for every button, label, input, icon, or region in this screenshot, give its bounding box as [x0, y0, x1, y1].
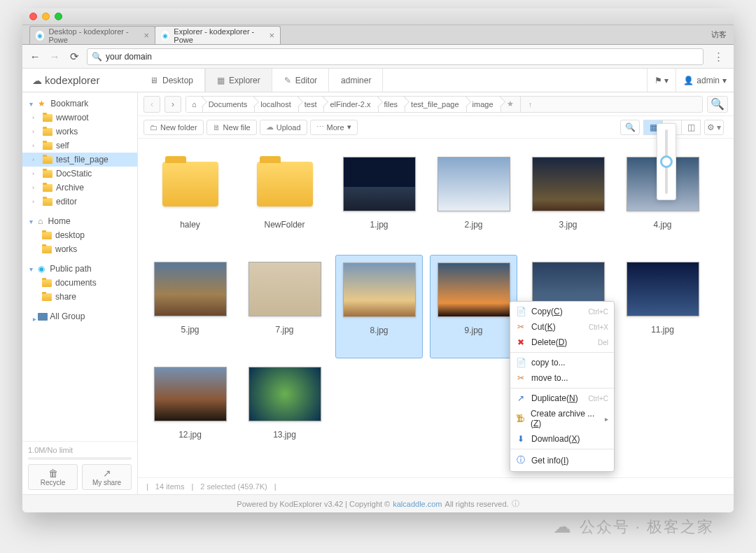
- file-item-7.jpg[interactable]: 7.jpg: [241, 255, 328, 358]
- url-input[interactable]: 🔍 your domain: [87, 48, 704, 65]
- cloud-icon: ☁: [32, 75, 42, 86]
- crumb-test_file_page[interactable]: test_file_page: [405, 97, 467, 112]
- upload-button[interactable]: ☁Upload: [260, 120, 307, 135]
- sidebar-home-header[interactable]: ▾⌂ Home: [22, 214, 137, 228]
- browser-menu-button[interactable]: ⋮: [709, 50, 728, 63]
- file-item-11.jpg[interactable]: 11.jpg: [619, 255, 706, 358]
- crumb-star-button[interactable]: ★: [501, 97, 521, 112]
- file-item-9.jpg[interactable]: 9.jpg: [430, 255, 517, 358]
- tab-explorer[interactable]: ▦Explorer: [205, 69, 272, 92]
- user-menu[interactable]: 👤admin ▾: [676, 69, 734, 92]
- file-item-13.jpg[interactable]: 13.jpg: [241, 360, 328, 463]
- file-grid[interactable]: haleyNewFolder1.jpg2.jpg3.jpg4.jpg5.jpg7…: [138, 139, 734, 477]
- footer-link[interactable]: kalcaddle.com: [393, 500, 442, 508]
- edit-icon: ✎: [284, 76, 291, 85]
- sidebar-item-desktop[interactable]: desktop: [22, 228, 137, 242]
- tab-editor[interactable]: ✎Editor: [272, 69, 329, 92]
- sidebar-allgroup-header[interactable]: ▾ All Group: [22, 309, 137, 323]
- ctx-copy-to-[interactable]: 📄copy to...: [510, 355, 614, 370]
- file-item-12.jpg[interactable]: 12.jpg: [146, 360, 234, 463]
- reload-button[interactable]: ⟳: [67, 50, 81, 64]
- sidebar-public-header[interactable]: ▾◉ Public path: [22, 262, 137, 276]
- close-tab-icon[interactable]: ×: [144, 30, 149, 41]
- crumb-elFinder-2.x[interactable]: elFinder-2.x: [324, 97, 378, 112]
- flag-button[interactable]: ⚑ ▾: [647, 69, 676, 92]
- sidebar-item-test_file_page[interactable]: ›test_file_page: [22, 153, 137, 167]
- maximize-window-button[interactable]: [55, 13, 62, 20]
- recycle-button[interactable]: 🗑Recycle: [28, 464, 78, 490]
- crumb-Documents[interactable]: Documents: [203, 97, 255, 112]
- file-item-1.jpg[interactable]: 1.jpg: [335, 150, 423, 253]
- image-thumbnail: [248, 262, 321, 316]
- minimize-window-button[interactable]: [42, 13, 50, 20]
- sidebar-item-DocStatic[interactable]: ›DocStatic: [22, 167, 137, 181]
- browser-tab-1[interactable]: ◉ Desktop - kodexplorer - Powe ×: [29, 26, 155, 44]
- forward-button[interactable]: →: [48, 50, 62, 64]
- main-panel: ‹ › ⌂ DocumentslocalhosttestelFinder-2.x…: [138, 92, 734, 494]
- sidebar-item-editor[interactable]: ›editor: [22, 195, 137, 209]
- ctx-move-to-[interactable]: ✂move to...: [510, 370, 614, 386]
- file-item-2.jpg[interactable]: 2.jpg: [430, 150, 517, 253]
- ctx-download[interactable]: ⬇Download(X): [510, 431, 614, 447]
- group-icon: [38, 313, 48, 321]
- file-item-8.jpg[interactable]: 8.jpg: [335, 255, 423, 358]
- file-item-haley[interactable]: haley: [146, 150, 234, 253]
- desktop-icon: 🖥: [150, 76, 158, 85]
- browser-tab-2[interactable]: ◉ Explorer - kodexplorer - Powe ×: [155, 26, 281, 44]
- ctx-duplicate[interactable]: ↗Duplicate(N)Ctrl+C: [510, 391, 614, 406]
- ctx-copy[interactable]: 📄Copy(C)Ctrl+C: [510, 304, 614, 319]
- file-item-NewFolder[interactable]: NewFolder: [241, 150, 328, 253]
- search-button[interactable]: 🔍: [707, 96, 728, 113]
- app-logo[interactable]: ☁ kodexplorer: [22, 74, 138, 86]
- back-button[interactable]: ←: [28, 50, 42, 64]
- crumb-up-button[interactable]: ↑: [521, 97, 540, 112]
- newfolder-button[interactable]: 🗀New folder: [144, 120, 204, 135]
- file-item-5.jpg[interactable]: 5.jpg: [146, 255, 234, 358]
- sidebar-item-documents[interactable]: documents: [22, 276, 137, 290]
- ctx-delete[interactable]: ✖Delete(D)Del: [510, 335, 614, 350]
- sidebar-item-works[interactable]: ›works: [22, 125, 137, 139]
- sidebar-item-works[interactable]: works: [22, 242, 137, 256]
- tab-desktop[interactable]: 🖥Desktop: [138, 69, 205, 92]
- close-window-button[interactable]: [29, 13, 37, 20]
- ctx-get-info[interactable]: ⓘGet info(I): [510, 451, 614, 469]
- sidebar-item-Archive[interactable]: ›Archive: [22, 181, 137, 195]
- ctx-cut[interactable]: ✂Cut(K)Ctrl+X: [510, 319, 614, 335]
- crumb-localhost[interactable]: localhost: [255, 97, 298, 112]
- nav-forward-button[interactable]: ›: [164, 96, 181, 113]
- menu-icon: 🗜: [516, 414, 525, 424]
- crumb-home[interactable]: ⌂: [186, 97, 203, 112]
- crumb-image[interactable]: image: [467, 97, 501, 112]
- file-item-3.jpg[interactable]: 3.jpg: [524, 150, 612, 253]
- sidebar-item-wwwroot[interactable]: ›wwwroot: [22, 111, 137, 125]
- menu-icon: ✂: [516, 322, 526, 332]
- sidebar-item-self[interactable]: ›self: [22, 139, 137, 153]
- crumb-test[interactable]: test: [299, 97, 325, 112]
- sidebar-footer: 1.0M/No limit 🗑Recycle ↗My share: [22, 441, 137, 494]
- zoom-slider-popover[interactable]: [657, 123, 676, 200]
- context-menu: 📄Copy(C)Ctrl+C✂Cut(K)Ctrl+X✖Delete(D)Del…: [510, 301, 615, 472]
- settings-button[interactable]: ⚙ ▾: [704, 120, 724, 135]
- crumb-files[interactable]: files: [379, 97, 406, 112]
- nav-back-button[interactable]: ‹: [144, 96, 160, 113]
- upload-icon: ☁: [266, 122, 274, 132]
- view-split-button[interactable]: ◫: [681, 120, 701, 135]
- zoom-button[interactable]: 🔍: [620, 120, 640, 135]
- menu-icon: ⓘ: [516, 454, 526, 466]
- folder-icon: [43, 128, 52, 136]
- status-bar: | 14 items | 2 selected (459.7K) |: [138, 477, 734, 494]
- ctx-create-archive-[interactable]: 🗜Create archive ...(Z)▸: [510, 406, 614, 431]
- sidebar-bookmark-header[interactable]: ▾★ Bookmark: [22, 97, 137, 111]
- info-icon[interactable]: ⓘ: [512, 498, 519, 509]
- tab-adminer[interactable]: adminer: [329, 69, 383, 92]
- zoom-track[interactable]: [665, 130, 668, 194]
- newfile-button[interactable]: 🗎New file: [206, 120, 257, 135]
- zoom-handle[interactable]: [660, 155, 673, 168]
- folder-icon: [43, 156, 52, 164]
- close-tab-icon[interactable]: ×: [269, 30, 274, 41]
- myshare-button[interactable]: ↗My share: [82, 464, 132, 490]
- sidebar-item-share[interactable]: share: [22, 290, 137, 304]
- address-bar: ← → ⟳ 🔍 your domain ⋮: [22, 45, 734, 69]
- more-button[interactable]: ⋯More ▾: [310, 120, 358, 135]
- guest-label[interactable]: 访客: [711, 29, 727, 40]
